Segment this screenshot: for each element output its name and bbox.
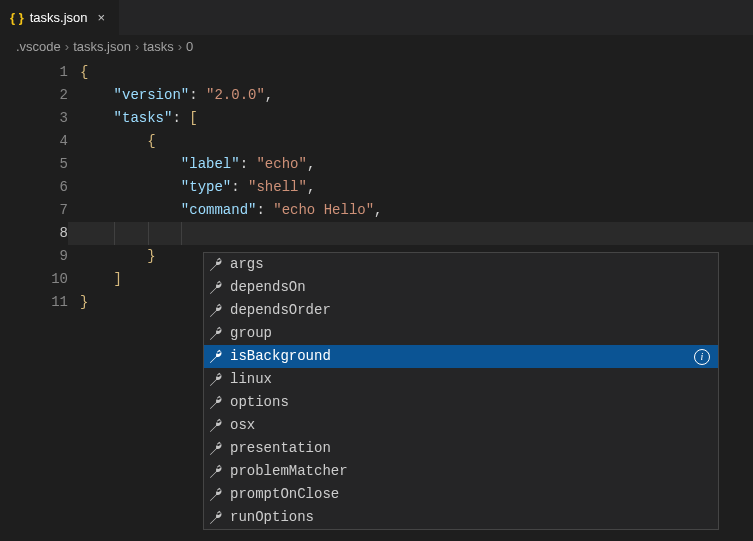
- tab-title: tasks.json: [30, 10, 88, 25]
- suggest-item[interactable]: problemMatcher: [204, 460, 718, 483]
- line-number-gutter: 1 2 3 4 5 6 7 8 9 10 11: [0, 57, 68, 541]
- breadcrumb-item[interactable]: tasks: [143, 39, 173, 54]
- suggest-item[interactable]: promptOnClose: [204, 483, 718, 506]
- suggest-item-selected[interactable]: isBackground i: [204, 345, 718, 368]
- suggest-item[interactable]: presentation: [204, 437, 718, 460]
- property-icon: [208, 510, 224, 526]
- suggest-item[interactable]: linux: [204, 368, 718, 391]
- property-icon: [208, 441, 224, 457]
- property-icon: [208, 372, 224, 388]
- suggest-item[interactable]: dependsOn: [204, 276, 718, 299]
- breadcrumb-item[interactable]: 0: [186, 39, 193, 54]
- editor-tab[interactable]: { } tasks.json ×: [0, 0, 119, 35]
- close-icon[interactable]: ×: [94, 10, 110, 25]
- property-icon: [208, 303, 224, 319]
- suggest-item[interactable]: group: [204, 322, 718, 345]
- suggest-item[interactable]: dependsOrder: [204, 299, 718, 322]
- chevron-right-icon: ›: [178, 39, 182, 54]
- suggest-item[interactable]: osx: [204, 414, 718, 437]
- breadcrumb[interactable]: .vscode › tasks.json › tasks › 0: [0, 35, 753, 57]
- property-icon: [208, 395, 224, 411]
- breadcrumb-item[interactable]: .vscode: [16, 39, 61, 54]
- intellisense-suggest-widget[interactable]: args dependsOn dependsOrder group isBack…: [203, 252, 719, 530]
- suggest-item[interactable]: args: [204, 253, 718, 276]
- property-icon: [208, 257, 224, 273]
- json-file-icon: { }: [10, 10, 24, 25]
- breadcrumb-item[interactable]: tasks.json: [73, 39, 131, 54]
- current-line[interactable]: [68, 222, 753, 245]
- suggest-item[interactable]: options: [204, 391, 718, 414]
- property-icon: [208, 464, 224, 480]
- tab-bar: { } tasks.json ×: [0, 0, 753, 35]
- chevron-right-icon: ›: [135, 39, 139, 54]
- info-icon[interactable]: i: [694, 349, 710, 365]
- chevron-right-icon: ›: [65, 39, 69, 54]
- property-icon: [208, 349, 224, 365]
- suggest-item[interactable]: runOptions: [204, 506, 718, 529]
- property-icon: [208, 418, 224, 434]
- property-icon: [208, 326, 224, 342]
- property-icon: [208, 487, 224, 503]
- property-icon: [208, 280, 224, 296]
